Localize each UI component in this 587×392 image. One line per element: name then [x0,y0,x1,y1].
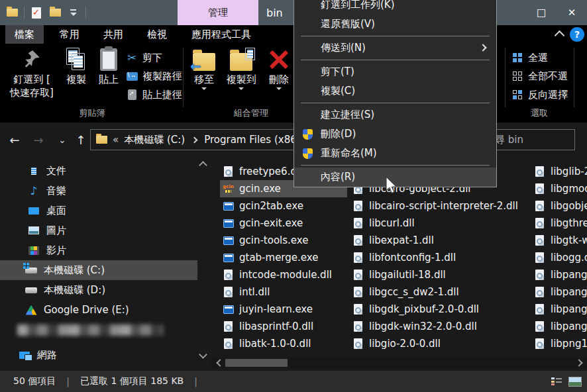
context-menu-item[interactable]: 釘選到工作列(K) [294,0,496,15]
file-item[interactable]: libgdk-win32-2.0-0.dll [350,318,530,335]
details-view-icon[interactable] [551,377,562,386]
file-item[interactable]: libpng14-1 [531,335,587,352]
scissors-icon [126,52,138,64]
copy-path-button[interactable]: 複製路徑 [126,68,182,85]
sidebar-item[interactable]: Google Drive (E:) [0,300,197,320]
file-item[interactable]: libpangoca [531,283,587,301]
file-item[interactable]: libexpat-1.dll [350,232,530,249]
file-item[interactable]: libglib-2.0- [531,163,587,180]
maximize-button[interactable]: □ [526,0,557,25]
sidebar-item[interactable]: 文件 [0,161,197,181]
breadcrumb-collapsed-icon[interactable]: « [113,134,119,146]
select-all-button[interactable]: 全選 [511,49,548,66]
up-button[interactable]: ↑ [73,132,89,148]
thumbnail-view-icon[interactable] [568,377,582,387]
file-item[interactable]: libcurl.dll [350,215,530,232]
file-item[interactable]: libfontconfig-1.dll [350,249,530,266]
dll-file-icon [223,270,234,281]
scroll-up-icon[interactable] [199,161,207,170]
sidebar-item[interactable]: 影片 [0,240,197,260]
context-menu-item[interactable]: 刪除(D) [294,124,496,144]
file-name: libpangoft2 [551,303,587,315]
file-item[interactable]: intl.dll [220,283,347,301]
menu-item-label: 內容(R) [321,171,355,183]
file-item[interactable]: libatk-1.0-0.dll [220,335,347,352]
file-item[interactable]: libgtk-win3 [531,232,587,249]
move-to-button[interactable]: ← 移至 [188,46,220,90]
file-name: intl.dll [239,286,270,298]
manage-contextual-tab[interactable]: 管理 [178,0,258,25]
file-item[interactable]: libogg.dll [531,249,587,266]
cut-button[interactable]: 剪下 [126,49,162,66]
copy-button[interactable]: 複製 [61,46,91,86]
sidebar-item[interactable] [0,320,197,340]
context-menu-item[interactable]: 傳送到(N) [294,38,496,58]
tab-share[interactable]: 共用 [93,25,134,44]
pin-to-quick-access-button[interactable]: 釘選到 [快速存取] [4,46,60,99]
file-item[interactable]: libgthread- [531,215,587,232]
breadcrumb-current[interactable]: Program Files (x86) [204,134,300,146]
scroll-right-icon[interactable] [575,359,582,366]
breadcrumb-root[interactable]: 本機磁碟 (C:) [124,134,185,146]
file-item[interactable]: gtab-merge.exe [220,249,347,266]
red-x-delete-icon [268,46,290,73]
file-item[interactable]: libpangowi [531,318,587,335]
paste-shortcut-button[interactable]: 貼上捷徑 [126,86,182,103]
file-item[interactable]: gcin-exit.exe [220,215,347,232]
file-item[interactable]: libgobject- [531,197,587,215]
file-item[interactable]: libcairo-script-interpreter-2.dll [350,197,530,215]
back-button[interactable]: ← [7,132,23,148]
file-item[interactable]: intcode-module.dll [220,266,347,283]
customize-quick-access-button[interactable] [67,6,80,19]
delete-button[interactable]: 刪除 [264,46,294,90]
file-item[interactable]: gcin-tools.exe [220,232,347,249]
scrollbar-thumb[interactable] [225,359,288,367]
tab-file[interactable]: 檔案 [5,25,44,44]
context-menu-item[interactable]: 還原舊版(V) [294,15,496,34]
paste-button[interactable]: 貼上 [94,46,123,86]
horizontal-scrollbar[interactable] [211,358,587,368]
file-item[interactable]: libasprintf-0.dll [220,318,347,335]
scroll-down-icon[interactable] [199,350,207,359]
context-menu-item[interactable]: 重新命名(M) [294,144,496,163]
context-menu-item[interactable]: 複製(C) [294,81,496,101]
copy-to-button[interactable]: 複製到 [223,46,260,90]
tab-home[interactable]: 常用 [49,25,90,44]
scroll-left-icon[interactable] [216,359,223,366]
toolbar-divider [85,7,86,19]
sidebar-scrollbar[interactable] [197,157,208,371]
sidebar-item[interactable]: 桌面 [0,201,197,220]
invert-selection-button[interactable]: 反向選擇 [511,86,568,103]
new-folder-button[interactable] [48,6,62,19]
file-item[interactable]: libpangoft2 [531,301,587,318]
sidebar-item[interactable]: 本機磁碟 (D:) [0,280,197,300]
context-menu-item[interactable]: 建立捷徑(S) [294,105,496,124]
close-button[interactable]: ✕ [557,0,587,25]
context-menu-item[interactable]: 剪下(T) [294,62,496,81]
file-item[interactable]: gcin2tab.exe [220,197,347,215]
uac-shield-icon [303,148,313,159]
file-item[interactable]: libpango-1. [531,266,587,283]
checkbox-toggle-button[interactable] [30,6,43,19]
file-item[interactable]: libgmodule [531,180,587,197]
tab-application-tools[interactable]: 應用程式工具 [184,25,258,44]
forward-button[interactable]: → [30,132,46,148]
sidebar-item[interactable]: 圖片 [0,220,197,240]
select-none-button[interactable]: 全部不選 [511,68,568,85]
file-item[interactable]: libgio-2.0-0.dll [350,335,530,352]
folder-shortcut-button[interactable] [5,6,19,19]
collapse-ribbon-icon[interactable] [555,30,564,37]
search-input[interactable]: 尋 bin [493,129,575,150]
sidebar-item[interactable]: 網路 [0,345,197,365]
help-button[interactable]: ? [570,27,584,42]
recent-locations-icon[interactable]: ⌄ [54,132,70,148]
file-item[interactable]: juyin-learn.exe [220,301,347,318]
file-item[interactable]: libgcc_s_dw2-1.dll [350,283,530,301]
desktop-icon [28,205,40,217]
file-item[interactable]: libgailutil-18.dll [350,266,530,283]
sidebar-item[interactable]: 音樂 [0,181,197,201]
file-item[interactable]: libgdk_pixbuf-2.0-0.dll [350,301,530,318]
file-name: libfontconfig-1.dll [369,252,456,264]
tab-view[interactable]: 檢視 [136,25,178,44]
sidebar-item[interactable]: 本機磁碟 (C:) [0,260,197,280]
